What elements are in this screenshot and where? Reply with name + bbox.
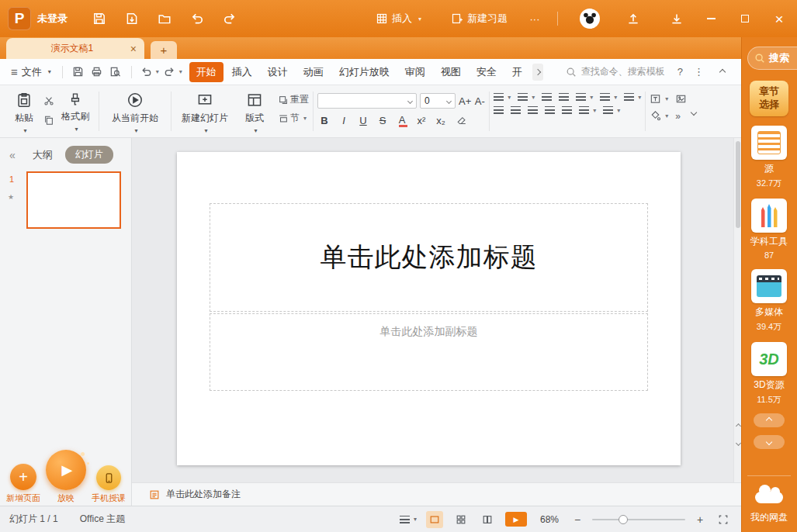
slide-thumbnail[interactable] xyxy=(26,171,121,229)
open-file-button[interactable] xyxy=(153,7,176,30)
bold-button[interactable]: B xyxy=(319,115,330,126)
slide-editor[interactable]: 单击此处添加标题 单击此处添加副标题 xyxy=(177,152,681,465)
theme-name[interactable]: Office 主题 xyxy=(80,513,125,526)
slideshow-play-button[interactable]: ▶ xyxy=(46,450,86,490)
slides-tab[interactable]: 幻灯片 xyxy=(65,146,113,164)
reading-view-button[interactable] xyxy=(479,511,496,528)
clear-format-button[interactable] xyxy=(455,115,469,127)
play-from-current-button[interactable]: 从当前开始 xyxy=(103,85,167,137)
tab-review[interactable]: 审阅 xyxy=(398,62,432,82)
undo-menu-button[interactable] xyxy=(138,63,161,81)
text-box-button[interactable] xyxy=(650,93,668,105)
save-button[interactable] xyxy=(88,7,111,30)
outline-tab[interactable]: 大纲 xyxy=(33,148,53,162)
indent-increase-button[interactable] xyxy=(559,93,569,101)
document-tab[interactable]: 演示文稿1 × xyxy=(6,38,144,59)
minimize-button[interactable] xyxy=(699,7,722,30)
decrease-font-button[interactable]: A- xyxy=(474,95,485,107)
chapter-select-button[interactable]: 章节 选择 xyxy=(750,81,788,116)
line-spacing-button[interactable] xyxy=(579,106,596,114)
wps-logo[interactable]: P xyxy=(8,7,31,30)
close-button[interactable] xyxy=(768,7,791,30)
redo-menu-button[interactable] xyxy=(161,63,185,81)
superscript-button[interactable]: x² xyxy=(416,115,427,126)
font-family-combo[interactable] xyxy=(317,93,417,109)
notes-bar[interactable]: 单击此处添加备注 xyxy=(132,482,741,506)
sidebar-item-resources[interactable]: 源 32.7万 xyxy=(751,126,787,189)
print-button[interactable] xyxy=(88,63,106,81)
vertical-scrollbar[interactable] xyxy=(733,138,741,482)
collapse-ribbon-button[interactable] xyxy=(715,64,730,80)
undo-button[interactable] xyxy=(185,7,209,30)
italic-button[interactable]: I xyxy=(338,115,349,126)
zoom-slider[interactable] xyxy=(592,519,685,520)
notes-placeholder[interactable]: 单击此处添加备注 xyxy=(166,488,241,501)
underline-button[interactable]: U xyxy=(358,115,369,126)
view-menu-button[interactable] xyxy=(400,511,417,528)
new-exercise-button[interactable]: 新建习题 xyxy=(451,7,508,30)
ribbon-expand-button[interactable]: » xyxy=(675,111,681,122)
paste-button[interactable]: 粘贴 xyxy=(6,85,42,137)
reset-slide-button[interactable]: 重置 xyxy=(278,93,309,106)
increase-font-button[interactable]: A+ xyxy=(459,95,471,107)
tabs-overflow-button[interactable] xyxy=(532,64,543,81)
section-button[interactable]: 节 xyxy=(278,112,309,125)
align-center-button[interactable] xyxy=(511,106,521,114)
sidebar-item-multimedia[interactable]: 多媒体 39.4万 xyxy=(751,269,787,333)
title-placeholder[interactable]: 单击此处添加标题 xyxy=(210,203,648,312)
numbered-list-button[interactable] xyxy=(518,93,535,101)
align-left-button[interactable] xyxy=(494,106,504,114)
new-tab-button[interactable]: + xyxy=(151,41,177,59)
bullet-list-button[interactable] xyxy=(494,93,511,101)
more-tools-button[interactable] xyxy=(691,105,696,117)
zoom-level[interactable]: 68% xyxy=(536,514,563,525)
tab-insert[interactable]: 插入 xyxy=(225,62,259,82)
upload-button[interactable] xyxy=(622,7,645,30)
save-as-button[interactable] xyxy=(120,7,144,30)
more-menu-button[interactable]: ··· xyxy=(523,7,546,30)
distribute-button[interactable] xyxy=(562,106,572,114)
help-button[interactable]: ? xyxy=(677,66,683,78)
tab-animation[interactable]: 动画 xyxy=(296,62,331,82)
zoom-in-button[interactable]: + xyxy=(695,513,705,526)
subtitle-placeholder[interactable]: 单击此处添加副标题 xyxy=(210,313,648,391)
paragraph-more-button[interactable] xyxy=(624,93,641,101)
menubar-more-button[interactable]: ⋮ xyxy=(694,66,704,78)
mobile-teaching-button[interactable] xyxy=(96,465,121,490)
quick-save-button[interactable] xyxy=(69,63,88,81)
statusbar-play-button[interactable]: ▶ xyxy=(505,512,527,527)
download-button[interactable] xyxy=(665,7,688,30)
tab-design[interactable]: 设计 xyxy=(261,62,295,82)
sidebar-scroll-up-button[interactable] xyxy=(754,413,785,427)
scrollbar-thumb[interactable] xyxy=(736,141,740,228)
insert-picture-button[interactable] xyxy=(675,93,687,105)
tab-security[interactable]: 安全 xyxy=(470,62,504,82)
sidebar-scroll-down-button[interactable] xyxy=(754,435,785,449)
fit-to-window-button[interactable] xyxy=(715,511,732,528)
zoom-slider-thumb[interactable] xyxy=(619,515,628,524)
sidebar-item-subject-tools[interactable]: 学科工具 87 xyxy=(750,199,788,260)
file-menu-button[interactable]: 文件 xyxy=(6,65,56,79)
redo-button[interactable] xyxy=(218,7,241,30)
collapse-panel-button[interactable]: « xyxy=(9,149,16,161)
subscript-button[interactable]: x₂ xyxy=(435,115,446,126)
paragraph-spacing-button[interactable] xyxy=(603,106,620,114)
tab-slideshow[interactable]: 幻灯片放映 xyxy=(332,62,397,82)
tab-close-icon[interactable]: × xyxy=(130,43,137,54)
layout-button[interactable]: 版式 xyxy=(234,85,275,137)
copy-button[interactable] xyxy=(42,114,56,126)
tab-home[interactable]: 开始 xyxy=(189,62,224,82)
new-slide-button[interactable]: 新建幻灯片 xyxy=(175,85,234,137)
login-status[interactable]: 未登录 xyxy=(37,12,68,26)
zoom-out-button[interactable]: − xyxy=(572,513,583,526)
line-numbering-button[interactable] xyxy=(600,93,617,101)
justify-button[interactable] xyxy=(545,106,555,114)
font-size-combo[interactable]: 0 xyxy=(420,93,456,109)
slide-sorter-view-button[interactable] xyxy=(452,511,470,528)
new-page-button[interactable]: + xyxy=(10,464,36,490)
normal-view-button[interactable] xyxy=(426,511,443,528)
align-right-button[interactable] xyxy=(528,106,538,114)
command-search[interactable]: 查找命令、搜索模板 xyxy=(566,65,665,78)
strikethrough-button[interactable]: S xyxy=(377,115,388,126)
print-preview-button[interactable] xyxy=(106,63,125,81)
